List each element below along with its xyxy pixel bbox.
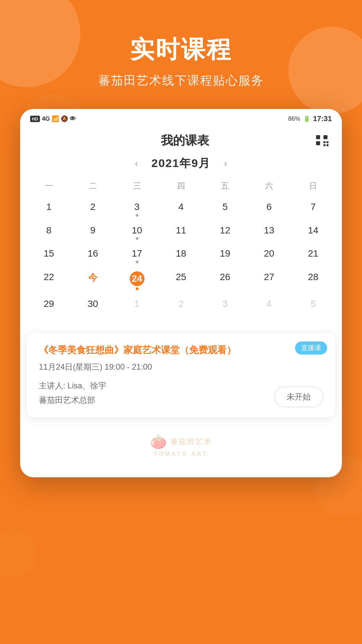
not-started-button[interactable]: 未开始: [274, 386, 323, 407]
qr-cell: [316, 135, 320, 139]
date-2[interactable]: 2: [71, 197, 115, 219]
date-next-4[interactable]: 4: [247, 294, 291, 312]
date-28[interactable]: 28: [291, 267, 335, 293]
logo-text: 蕃茄田艺术: [170, 437, 212, 447]
date-15[interactable]: 15: [27, 244, 71, 266]
date-next-2[interactable]: 2: [159, 294, 203, 312]
month-nav: ‹ 2021年9月 ›: [20, 152, 342, 178]
date-27[interactable]: 27: [247, 267, 291, 293]
event-footer: 主讲人: Lisa、徐宇 蕃茄田艺术总部 未开始: [39, 378, 323, 407]
date-24[interactable]: 24: [115, 267, 159, 293]
date-19[interactable]: 19: [203, 244, 247, 266]
event-info: 主讲人: Lisa、徐宇 蕃茄田艺术总部: [39, 378, 106, 407]
date-18[interactable]: 18: [159, 244, 203, 266]
event-time: 11月24日(星期三) 19:00 - 21:00: [39, 362, 323, 372]
event-location: 蕃茄田艺术总部: [39, 393, 106, 407]
date-row-4: 22 今 24 25 26 27 28: [27, 267, 335, 293]
date-10[interactable]: 10: [115, 221, 159, 243]
date-22[interactable]: 22: [27, 267, 71, 293]
page-subtitle: 蕃茄田艺术线下课程贴心服务: [13, 72, 349, 89]
status-right: 86% 🔋 17:31: [288, 114, 332, 123]
date-12[interactable]: 12: [203, 221, 247, 243]
weekday-sun: 日: [291, 178, 335, 194]
weekday-row: 一 二 三 四 五 六 日: [27, 178, 335, 194]
weekday-mon: 一: [27, 178, 71, 194]
bottom-logo: 🍅 蕃茄田艺术 TOMATO ART: [20, 421, 342, 464]
qr-cell: [316, 141, 320, 145]
clock: 17:31: [313, 114, 332, 123]
date-row-2: 8 9 10 11 12 13 14: [27, 221, 335, 243]
phone-frame: HD 4G 📶 🔕 👁 86% 🔋 17:31 我的课表: [20, 109, 342, 477]
date-17[interactable]: 17: [115, 244, 159, 266]
event-title: 《冬季美食狂想曲》家庭艺术课堂（免费观看）: [39, 343, 323, 357]
date-row-5: 29 30 1 2 3 4 5: [27, 294, 335, 312]
calendar-grid: 一 二 三 四 五 六 日 1 2 3 4 5 6 7 8 9 10 11 12…: [20, 178, 342, 312]
battery-icon: 🔋: [303, 115, 310, 122]
date-11[interactable]: 11: [159, 221, 203, 243]
battery-percent: 86%: [288, 115, 300, 122]
date-3[interactable]: 3: [115, 197, 159, 219]
date-16[interactable]: 16: [71, 244, 115, 266]
next-month-button[interactable]: ›: [221, 157, 230, 170]
date-4[interactable]: 4: [159, 197, 203, 219]
date-row-3: 15 16 17 18 19 20 21: [27, 244, 335, 266]
event-card: 直播课 《冬季美食狂想曲》家庭艺术课堂（免费观看） 11月24日(星期三) 19…: [27, 333, 335, 417]
date-25[interactable]: 25: [159, 267, 203, 293]
weekday-thu: 四: [159, 178, 203, 194]
date-20[interactable]: 20: [247, 244, 291, 266]
weekday-wed: 三: [115, 178, 159, 194]
calendar-header: 我的课表: [20, 126, 342, 152]
qr-mini-cell: [326, 144, 328, 146]
date-9[interactable]: 9: [71, 221, 115, 243]
date-26[interactable]: 26: [203, 267, 247, 293]
hd-badge: HD: [30, 116, 40, 122]
page-bottom-padding: [0, 477, 362, 504]
prev-month-button[interactable]: ‹: [131, 157, 141, 170]
weekday-tue: 二: [71, 178, 115, 194]
date-next-5[interactable]: 5: [291, 294, 335, 312]
date-29[interactable]: 29: [27, 294, 71, 312]
date-row-1: 1 2 3 4 5 6 7: [27, 197, 335, 219]
qr-mini-cell: [323, 141, 325, 143]
qr-mini-cell: [323, 144, 325, 146]
signal-icons: 4G 📶 🔕 👁: [42, 115, 76, 122]
spacer: [20, 313, 342, 323]
status-bar: HD 4G 📶 🔕 👁 86% 🔋 17:31: [20, 109, 342, 126]
qr-cell: [323, 135, 327, 139]
date-next-1[interactable]: 1: [115, 294, 159, 312]
qr-mini-cell: [326, 141, 328, 143]
calendar-page-title: 我的课表: [54, 132, 316, 149]
date-5[interactable]: 5: [203, 197, 247, 219]
date-today[interactable]: 今: [71, 267, 115, 293]
date-21[interactable]: 21: [291, 244, 335, 266]
bg-decoration-5: [0, 530, 37, 577]
page-title: 实时课程: [13, 34, 349, 66]
date-next-3[interactable]: 3: [203, 294, 247, 312]
logo-sub: TOMATO ART: [20, 451, 342, 457]
month-label: 2021年9月: [152, 156, 211, 171]
date-13[interactable]: 13: [247, 221, 291, 243]
page-header: 实时课程 蕃茄田艺术线下课程贴心服务: [0, 0, 362, 109]
logo-icon: 🍅: [150, 434, 167, 450]
date-14[interactable]: 14: [291, 221, 335, 243]
date-8[interactable]: 8: [27, 221, 71, 243]
qr-icon[interactable]: [316, 135, 328, 146]
date-6[interactable]: 6: [247, 197, 291, 219]
live-badge: 直播课: [295, 341, 327, 355]
date-7[interactable]: 7: [291, 197, 335, 219]
date-1[interactable]: 1: [27, 197, 71, 219]
event-instructor: 主讲人: Lisa、徐宇: [39, 378, 106, 393]
weekday-sat: 六: [247, 178, 291, 194]
status-left: HD 4G 📶 🔕 👁: [30, 115, 76, 122]
weekday-fri: 五: [203, 178, 247, 194]
date-30[interactable]: 30: [71, 294, 115, 312]
